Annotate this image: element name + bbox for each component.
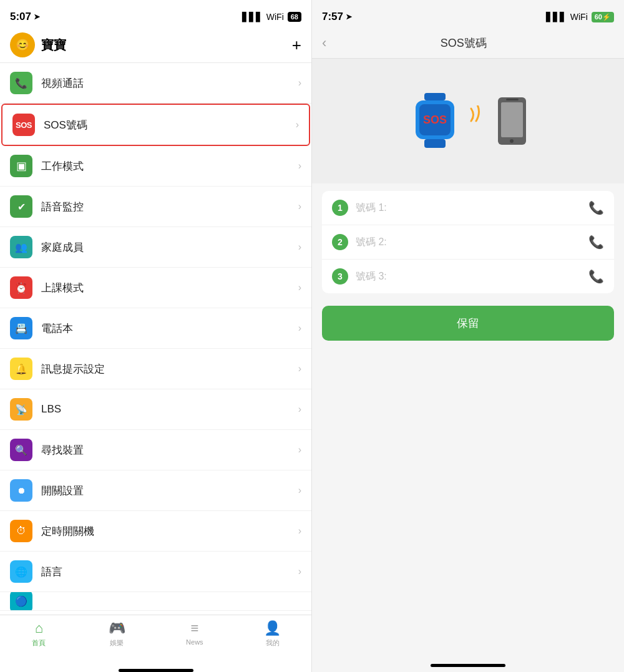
extra-icon: 🔵: [10, 592, 32, 611]
sound-waves-svg: [468, 105, 490, 137]
chevron-phonebook: ›: [298, 323, 301, 334]
sos-illustration: SOS: [407, 90, 529, 152]
status-bar-right: 7:57 ➤ ▋▋▋ WiFi 60⚡: [312, 0, 624, 27]
chevron-lbs: ›: [298, 404, 301, 415]
news-label: News: [186, 638, 203, 646]
find-device-icon: 🔍: [10, 439, 32, 461]
header-left: 😊 寶寶 +: [0, 27, 311, 63]
sos-illustration-area: SOS: [312, 59, 624, 183]
chevron-language: ›: [298, 566, 301, 577]
menu-label-phonebook: 電話本: [41, 321, 298, 336]
menu-item-find-device[interactable]: 🔍 尋找裝置 ›: [0, 430, 311, 470]
sos-badge-1: 1: [332, 200, 348, 216]
save-button[interactable]: 保留: [322, 306, 614, 341]
menu-item-notification[interactable]: 🔔 訊息提示設定 ›: [0, 349, 311, 389]
menu-item-work-mode[interactable]: ▣ 工作模式 ›: [0, 146, 311, 187]
news-icon: ≡: [190, 620, 198, 636]
menu-label-family: 家庭成員: [41, 240, 298, 255]
home-indicator-right: [431, 664, 505, 667]
chevron-family: ›: [298, 241, 301, 253]
menu-label-find-device: 尋找裝置: [41, 443, 298, 457]
sos-field-3[interactable]: 3 號碼 3: 📞: [322, 260, 614, 293]
tab-home[interactable]: ⌂ 首頁: [0, 620, 78, 648]
work-mode-icon: ▣: [10, 155, 32, 177]
sos-form: 1 號碼 1: 📞 2 號碼 2: 📞 3 號碼 3: 📞: [322, 191, 614, 293]
sos-badge-2: 2: [332, 234, 348, 250]
chevron-voice-monitor: ›: [298, 201, 301, 212]
home-label: 首頁: [32, 638, 46, 648]
sos-field-2[interactable]: 2 號碼 2: 📞: [322, 225, 614, 260]
location-arrow-right: ➤: [346, 12, 352, 21]
avatar: 😊: [10, 32, 35, 57]
chevron-video-call: ›: [298, 77, 301, 89]
home-indicator-left: [119, 669, 193, 672]
menu-label-work-mode: 工作模式: [41, 159, 298, 173]
menu-item-switch-settings[interactable]: ⏺ 開關設置 ›: [0, 470, 311, 511]
phone-icon-3: 📞: [588, 269, 604, 284]
menu-label-voice-monitor: 語音監控: [41, 200, 298, 214]
nav-bar-right: ‹ SOS號碼: [312, 27, 624, 59]
left-panel: 5:07 ➤ ▋▋▋ WiFi 68 😊 寶寶 + 📞 視頻通話 › SOS: [0, 0, 312, 672]
svg-rect-4: [424, 139, 446, 148]
timer-power-icon: ⏱: [10, 520, 32, 542]
class-mode-icon: ⏰: [10, 276, 32, 299]
menu-label-language: 語言: [41, 565, 298, 579]
family-icon: 👥: [10, 236, 32, 258]
chevron-find-device: ›: [298, 444, 301, 455]
status-time-left: 5:07 ➤: [10, 11, 40, 23]
profile-label: 我的: [266, 638, 280, 648]
sos-icon: SOS: [12, 114, 35, 136]
user-info: 😊 寶寶: [10, 32, 66, 57]
signal-icon-right: ▋▋▋: [546, 12, 567, 22]
tab-news[interactable]: ≡ News: [156, 620, 234, 646]
status-bar-left: 5:07 ➤ ▋▋▋ WiFi 68: [0, 0, 311, 27]
phone-icon-1: 📞: [588, 200, 604, 215]
svg-rect-7: [506, 99, 519, 100]
wifi-icon-right: WiFi: [570, 12, 588, 22]
chevron-notification: ›: [298, 363, 301, 374]
add-button[interactable]: +: [292, 37, 301, 53]
menu-label-video-call: 視頻通話: [41, 76, 298, 90]
menu-item-extra[interactable]: 🔵: [0, 592, 311, 611]
right-panel: 7:57 ➤ ▋▋▋ WiFi 60⚡ ‹ SOS號碼: [312, 0, 624, 672]
video-call-icon: 📞: [10, 72, 32, 94]
menu-item-language[interactable]: 🌐 語言 ›: [0, 552, 311, 592]
phone-icon-2: 📞: [588, 235, 604, 250]
status-icons-left: ▋▋▋ WiFi 68: [242, 12, 301, 22]
menu-item-timer-power[interactable]: ⏱ 定時開關機 ›: [0, 511, 311, 552]
menu-item-voice-monitor[interactable]: ✔ 語音監控 ›: [0, 187, 311, 227]
tab-entertainment[interactable]: 🎮 娛樂: [78, 620, 156, 648]
sos-label-1: 號碼 1:: [356, 202, 581, 215]
sos-field-1[interactable]: 1 號碼 1: 📞: [322, 191, 614, 225]
lbs-icon: 📡: [10, 398, 32, 421]
menu-item-class-mode[interactable]: ⏰ 上課模式 ›: [0, 268, 311, 308]
svg-point-8: [510, 139, 514, 143]
battery-left: 68: [288, 12, 301, 22]
menu-label-lbs: LBS: [41, 403, 298, 416]
menu-item-sos[interactable]: SOS SOS號碼 ›: [1, 104, 310, 146]
sos-label-3: 號碼 3:: [356, 270, 581, 283]
back-button[interactable]: ‹: [322, 35, 326, 51]
wifi-icon-left: WiFi: [266, 12, 284, 22]
menu-item-lbs[interactable]: 📡 LBS ›: [0, 389, 311, 430]
switch-settings-icon: ⏺: [10, 479, 32, 502]
time-right: 7:57: [322, 11, 343, 23]
phone-svg: [495, 96, 529, 146]
page-title: SOS號碼: [441, 36, 487, 51]
profile-icon: 👤: [264, 620, 281, 636]
menu-item-video-call[interactable]: 📞 視頻通話 ›: [0, 63, 311, 104]
battery-value-right: 60: [595, 13, 602, 21]
menu-label-class-mode: 上課模式: [41, 281, 298, 295]
svg-text:SOS: SOS: [423, 114, 447, 126]
entertainment-icon: 🎮: [109, 620, 125, 636]
menu-item-family[interactable]: 👥 家庭成員 ›: [0, 227, 311, 268]
menu-item-phonebook[interactable]: 📇 電話本 ›: [0, 308, 311, 349]
status-icons-right: ▋▋▋ WiFi 60⚡: [546, 12, 614, 22]
language-icon: 🌐: [10, 560, 32, 583]
tab-bar: ⌂ 首頁 🎮 娛樂 ≡ News 👤 我的: [0, 615, 311, 666]
home-icon: ⌂: [35, 620, 43, 636]
entertainment-label: 娛樂: [110, 638, 124, 648]
sos-label-2: 號碼 2:: [356, 236, 581, 249]
menu-label-sos: SOS號碼: [44, 118, 296, 132]
tab-profile[interactable]: 👤 我的: [233, 620, 311, 648]
